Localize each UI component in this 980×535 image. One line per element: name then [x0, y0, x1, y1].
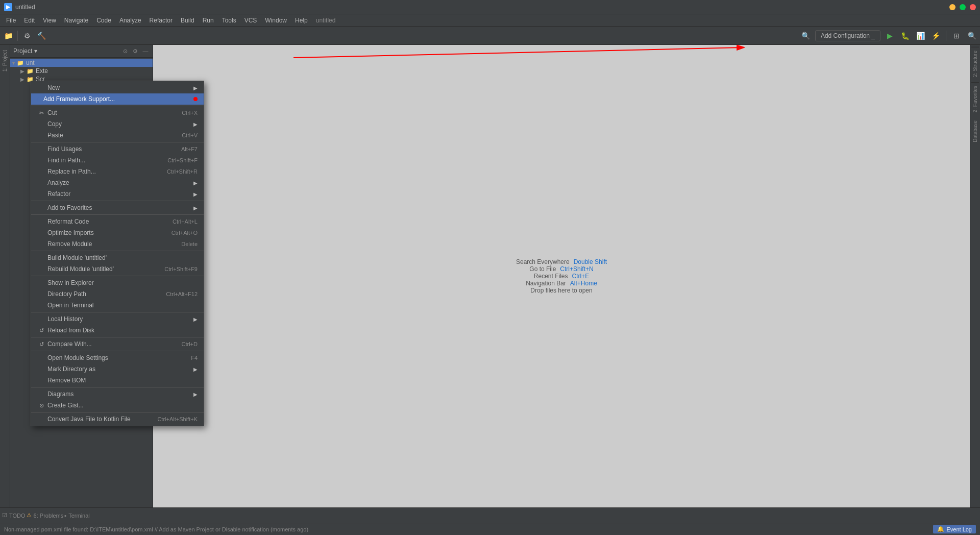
- profiler-button[interactable]: ⚡: [929, 30, 942, 42]
- zoom-button[interactable]: 🔍: [966, 30, 978, 42]
- window-controls: [949, 0, 976, 14]
- ctx-diagrams[interactable]: Diagrams ▶: [31, 388, 204, 400]
- menu-view[interactable]: View: [39, 16, 60, 25]
- ctx-cut[interactable]: ✂ Cut Ctrl+X: [31, 107, 204, 118]
- ctx-refactor[interactable]: Refactor ▶: [31, 188, 204, 200]
- ctx-sep-10: [31, 387, 204, 387]
- toolbar-sep-1: [17, 31, 18, 41]
- settings-icon[interactable]: ⚙: [21, 30, 33, 42]
- layout-button[interactable]: ⊞: [950, 30, 963, 42]
- right-tab-favorites[interactable]: 2: Favorites: [971, 82, 979, 115]
- menu-help[interactable]: Help: [291, 16, 312, 25]
- menu-analyze[interactable]: Analyze: [115, 16, 145, 25]
- ctx-favorites[interactable]: Add to Favorites ▶: [31, 202, 204, 213]
- ctx-module-settings[interactable]: Open Module Settings F4: [31, 352, 204, 363]
- todo-tab[interactable]: ☑ TODO: [2, 512, 26, 519]
- ctx-sep-3: [31, 201, 204, 201]
- ctx-copy-label: Copy: [47, 120, 193, 128]
- ctx-paste[interactable]: Paste Ctrl+V: [31, 130, 204, 141]
- ctx-new-arrow: ▶: [193, 85, 198, 91]
- ctx-remove-bom[interactable]: Remove BOM: [31, 375, 204, 386]
- ctx-local-history-label: Local History: [47, 315, 193, 323]
- status-message: Non-managed pom.xml file found: D:\ITEM\…: [4, 526, 927, 532]
- ctx-sep-5: [31, 251, 204, 251]
- ctx-copy[interactable]: Copy ▶: [31, 118, 204, 130]
- menu-build[interactable]: Build: [177, 16, 199, 25]
- minimize-button[interactable]: [949, 4, 955, 10]
- ctx-analyze[interactable]: Analyze ▶: [31, 177, 204, 188]
- ctx-framework-dot: [37, 97, 41, 101]
- panel-sync-btn[interactable]: ⊙: [121, 47, 129, 55]
- right-tab-structure[interactable]: 2: Structure: [971, 47, 979, 80]
- panel-title[interactable]: Project ▾: [13, 47, 37, 55]
- ctx-sep-9: [31, 351, 204, 351]
- hint-nav-shortcut: Alt+Home: [570, 280, 597, 287]
- ctx-sep-6: [31, 276, 204, 276]
- ctx-remove-bom-label: Remove BOM: [47, 377, 198, 384]
- menu-navigate[interactable]: Navigate: [60, 16, 92, 25]
- ctx-framework[interactable]: Add Framework Support...: [31, 93, 204, 105]
- ctx-show-explorer[interactable]: Show in Explorer: [31, 277, 204, 288]
- project-icon[interactable]: 📁: [2, 30, 14, 42]
- search-everywhere-icon[interactable]: 🔍: [800, 30, 812, 42]
- menu-run[interactable]: Run: [199, 16, 218, 25]
- menu-edit[interactable]: Edit: [20, 16, 39, 25]
- ctx-compare[interactable]: ↺ Compare With... Ctrl+D: [31, 338, 204, 350]
- bottom-toolbar: ☑ TODO ⚠ 6: Problems ▪ Terminal: [0, 507, 980, 523]
- ctx-new[interactable]: New ▶: [31, 82, 204, 93]
- panel-settings-btn[interactable]: ⚙: [131, 47, 139, 55]
- gear-icon[interactable]: 🔨: [35, 30, 47, 42]
- ctx-framework-badge: [193, 97, 198, 101]
- hint-search-text: Search Everywhere: [516, 258, 570, 265]
- ctx-dir-path[interactable]: Directory Path Ctrl+Alt+F12: [31, 288, 204, 300]
- ctx-rebuild-module[interactable]: Rebuild Module 'untitled' Ctrl+Shift+F9: [31, 263, 204, 275]
- left-tab-project[interactable]: 1: Project: [1, 47, 9, 75]
- menu-vcs[interactable]: VCS: [240, 16, 261, 25]
- menu-code[interactable]: Code: [92, 16, 115, 25]
- panel-minimize-btn[interactable]: —: [141, 47, 150, 55]
- ctx-analyze-arrow: ▶: [193, 180, 198, 186]
- ctx-open-terminal[interactable]: Open in Terminal: [31, 300, 204, 311]
- ctx-kotlin[interactable]: Convert Java File to Kotlin File Ctrl+Al…: [31, 414, 204, 425]
- menu-refactor[interactable]: Refactor: [145, 16, 177, 25]
- ctx-findusages[interactable]: Find Usages Alt+F7: [31, 143, 204, 155]
- add-configuration-button[interactable]: Add Configuration _: [815, 30, 880, 41]
- debug-button[interactable]: 🐛: [899, 30, 911, 42]
- ctx-reload-icon: ↺: [37, 327, 45, 334]
- ctx-build-module[interactable]: Build Module 'untitled': [31, 252, 204, 263]
- menu-tools[interactable]: Tools: [218, 16, 240, 25]
- hint-goto-shortcut: Ctrl+Shift+N: [560, 265, 593, 273]
- ctx-create-gist[interactable]: ⊙ Create Gist...: [31, 400, 204, 411]
- toolbar-sep-2: [946, 31, 946, 41]
- ctx-optimize[interactable]: Optimize Imports Ctrl+Alt+O: [31, 227, 204, 238]
- ctx-reload[interactable]: ↺ Reload from Disk: [31, 325, 204, 336]
- tree-item-root[interactable]: ▾ 📁 unt: [10, 59, 153, 67]
- close-button[interactable]: [970, 4, 976, 10]
- terminal-tab[interactable]: ▪ Terminal: [64, 513, 89, 519]
- ctx-findinpath[interactable]: Find in Path... Ctrl+Shift+F: [31, 155, 204, 166]
- ctx-findusages-shortcut: Alt+F7: [181, 146, 198, 152]
- right-tab-database[interactable]: Database: [971, 117, 979, 145]
- ctx-sep-4: [31, 214, 204, 215]
- tree-item-external[interactable]: ▶ 📁 Exte: [10, 67, 153, 75]
- ctx-local-history[interactable]: Local History ▶: [31, 313, 204, 325]
- ctx-module-settings-shortcut: F4: [191, 355, 198, 361]
- event-log-button[interactable]: 🔔 Event Log: [933, 525, 976, 533]
- ctx-cut-shortcut: Ctrl+X: [182, 110, 198, 116]
- ctx-mark-dir[interactable]: Mark Directory as ▶: [31, 363, 204, 375]
- menu-file[interactable]: File: [2, 16, 20, 25]
- hint-drop: Drop files here to open: [516, 287, 607, 294]
- coverage-button[interactable]: 📊: [914, 30, 926, 42]
- event-log-label: Event Log: [946, 526, 972, 532]
- ctx-replaceinpath[interactable]: Replace in Path... Ctrl+Shift+R: [31, 166, 204, 177]
- run-button[interactable]: ▶: [884, 30, 896, 42]
- ctx-kotlin-label: Convert Java File to Kotlin File: [47, 416, 149, 423]
- maximize-button[interactable]: [960, 4, 966, 10]
- ctx-remove-module[interactable]: Remove Module Delete: [31, 238, 204, 250]
- problems-tab[interactable]: ⚠ 6: Problems: [27, 512, 64, 519]
- tree-item-ext-label: Exte: [36, 67, 48, 75]
- menu-bar: File Edit View Navigate Code Analyze Ref…: [0, 14, 980, 27]
- ctx-cut-icon: ✂: [37, 110, 45, 116]
- ctx-reformat[interactable]: Reformat Code Ctrl+Alt+L: [31, 216, 204, 227]
- menu-window[interactable]: Window: [261, 16, 291, 25]
